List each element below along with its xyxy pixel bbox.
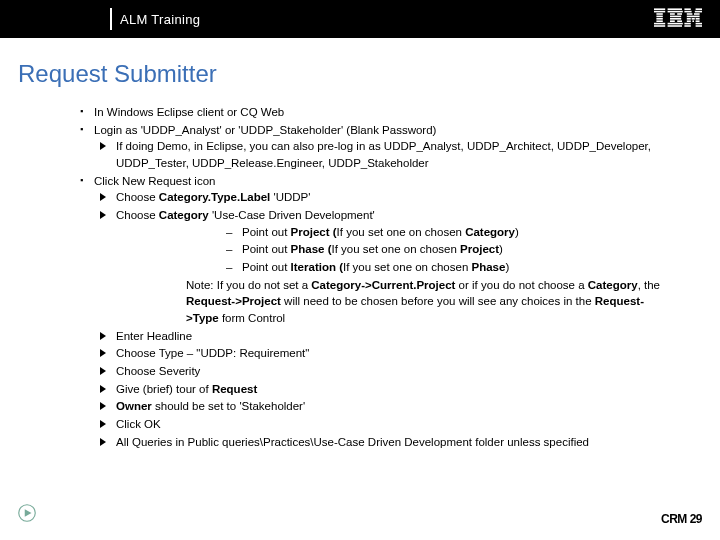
bullet-item: Owner should be set to 'Stakeholder': [100, 398, 680, 415]
svg-rect-13: [670, 18, 681, 20]
svg-rect-34: [696, 25, 702, 27]
svg-rect-21: [695, 11, 702, 13]
svg-rect-11: [677, 13, 682, 15]
svg-rect-9: [668, 11, 683, 13]
svg-rect-10: [670, 13, 675, 15]
svg-rect-19: [696, 8, 702, 10]
ibm-logo-icon: [654, 8, 702, 32]
svg-rect-24: [687, 16, 700, 18]
bullet-item: Click OK: [100, 416, 680, 433]
svg-rect-25: [687, 18, 691, 20]
bullet-item: Point out Iteration (If you set one on c…: [226, 259, 680, 276]
page-number: CRM 29: [661, 512, 702, 526]
slide-content: In Windows Eclipse client or CQ Web Logi…: [0, 104, 720, 450]
svg-rect-6: [654, 23, 665, 25]
svg-rect-15: [677, 20, 682, 22]
bullet-item: Choose Category 'Use-Case Driven Develop…: [100, 207, 680, 327]
bullet-text: Click New Request icon: [94, 175, 215, 187]
svg-rect-12: [670, 16, 681, 18]
slide-title: Request Submitter: [0, 38, 720, 104]
svg-rect-5: [656, 20, 662, 22]
bullet-text: Login as 'UDDP_Analyst' or 'UDDP_Stakeho…: [94, 124, 436, 136]
svg-rect-27: [696, 18, 700, 20]
header-title: ALM Training: [120, 12, 200, 27]
bullet-item: Point out Phase (If you set one on chose…: [226, 241, 680, 258]
svg-rect-14: [670, 20, 675, 22]
svg-marker-36: [25, 509, 32, 517]
bullet-item: Point out Project (If you set one on cho…: [226, 224, 680, 241]
svg-rect-7: [654, 25, 665, 27]
bullet-item: In Windows Eclipse client or CQ Web: [80, 104, 680, 121]
bullet-item: Login as 'UDDP_Analyst' or 'UDDP_Stakeho…: [80, 122, 680, 172]
slide-header: ALM Training: [0, 0, 720, 38]
note-text: Note: If you do not set a Category->Curr…: [186, 277, 680, 327]
svg-rect-28: [687, 20, 691, 22]
play-icon[interactable]: [18, 504, 36, 526]
svg-rect-32: [696, 23, 702, 25]
bullet-item: Choose Type – "UDDP: Requirement": [100, 345, 680, 362]
bullet-item: Click New Request icon Choose Category.T…: [80, 173, 680, 451]
svg-rect-4: [656, 18, 662, 20]
svg-rect-30: [696, 20, 700, 22]
svg-rect-2: [656, 13, 662, 15]
svg-rect-23: [694, 13, 700, 15]
slide-footer: CRM 29: [0, 504, 720, 526]
svg-rect-31: [684, 23, 690, 25]
bullet-item: Choose Category.Type.Label 'UDDP': [100, 189, 680, 206]
svg-rect-16: [668, 23, 683, 25]
svg-rect-1: [654, 11, 665, 13]
svg-rect-0: [654, 8, 665, 10]
svg-rect-3: [656, 16, 662, 18]
svg-rect-33: [684, 25, 690, 27]
svg-rect-29: [692, 20, 694, 22]
svg-rect-17: [668, 25, 682, 27]
bullet-item: Give (brief) tour of Request: [100, 381, 680, 398]
svg-rect-18: [684, 8, 690, 10]
bullet-item: All Queries in Public queries\Practices\…: [100, 434, 680, 451]
svg-rect-8: [668, 8, 682, 10]
svg-rect-20: [684, 11, 691, 13]
header-divider: [110, 8, 112, 30]
bullet-item: If doing Demo, in Eclipse, you can also …: [100, 138, 680, 171]
bullet-item: Choose Severity: [100, 363, 680, 380]
bullet-item: Enter Headline: [100, 328, 680, 345]
svg-rect-26: [692, 18, 695, 20]
svg-rect-22: [687, 13, 693, 15]
